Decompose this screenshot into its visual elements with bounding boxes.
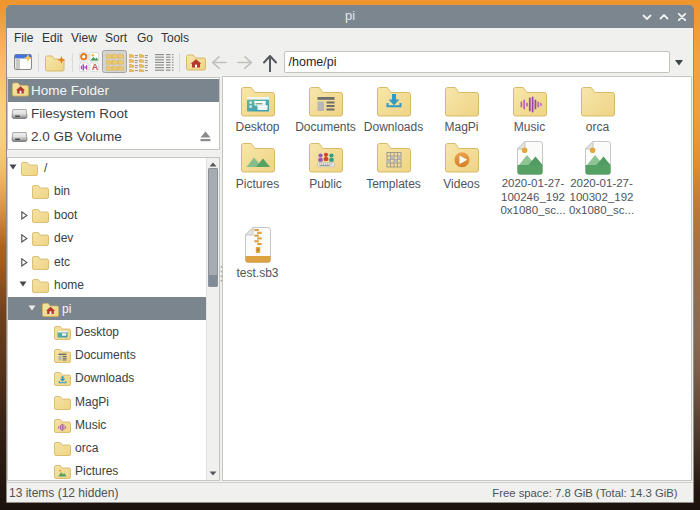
svg-text:A: A (92, 62, 99, 72)
